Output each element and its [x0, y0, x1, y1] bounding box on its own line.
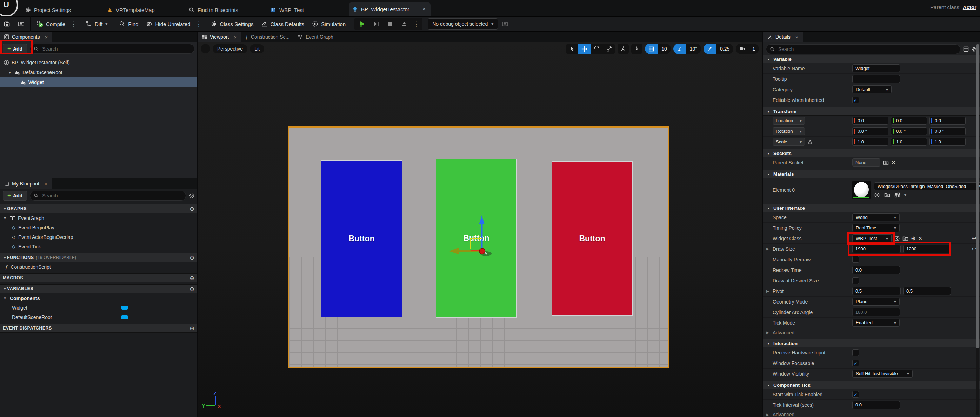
scale-y-field[interactable]: 1.0: [891, 138, 927, 146]
lock-open-icon[interactable]: [808, 139, 813, 144]
move-gizmo[interactable]: [440, 208, 499, 261]
expander-icon[interactable]: ▶: [766, 289, 769, 293]
frame-skip-button[interactable]: [370, 18, 382, 29]
event-tick[interactable]: ◇ Event Tick: [0, 242, 197, 251]
chevron-down-icon[interactable]: ▾: [904, 193, 906, 197]
surface-snapping-button[interactable]: [631, 43, 643, 54]
simulation-button[interactable]: Simulation: [308, 16, 350, 31]
stop-button[interactable]: [384, 18, 396, 29]
tree-item-widget[interactable]: Widget: [0, 77, 197, 87]
location-x-field[interactable]: 0.0: [852, 117, 888, 125]
tab-find-in-blueprints[interactable]: Find in Blueprints: [185, 3, 267, 16]
section-variable[interactable]: ▾Variable: [763, 55, 980, 63]
add-component-button[interactable]: + Add: [3, 44, 27, 54]
section-functions[interactable]: ▾ FUNCTIONS (19 OVERRIDABLE) ⊕: [0, 253, 197, 262]
details-scrollbar[interactable]: [976, 44, 979, 415]
scrollbar-thumb[interactable]: [976, 44, 979, 348]
section-event-dispatchers[interactable]: EVENT DISPATCHERS ⊕: [0, 324, 197, 333]
scale-dropdown[interactable]: Scale▾: [773, 138, 805, 146]
variable-type-pill[interactable]: [121, 306, 129, 310]
receive-hardware-input-checkbox[interactable]: [852, 349, 859, 356]
variable-defaultsceneroot[interactable]: DefaultSceneRoot: [0, 312, 197, 322]
debug-browse-button[interactable]: [498, 16, 512, 31]
material-dropdown[interactable]: Widget3DPassThrough_Masked_OneSided▾: [874, 182, 980, 190]
geometry-mode-dropdown[interactable]: Plane▾: [852, 297, 900, 306]
browse-asset-icon[interactable]: [884, 192, 890, 198]
draw-size-x-input[interactable]: [852, 245, 901, 253]
select-tool-button[interactable]: [566, 43, 578, 54]
location-dropdown[interactable]: Location▾: [773, 117, 805, 125]
use-selected-asset-icon[interactable]: [894, 236, 900, 241]
compile-button[interactable]: Compile: [32, 16, 69, 31]
tab-details[interactable]: Details ×: [763, 32, 803, 42]
class-settings-button[interactable]: Class Settings: [207, 16, 258, 31]
close-icon[interactable]: ×: [44, 181, 48, 187]
close-icon[interactable]: ×: [795, 34, 799, 40]
section-variables[interactable]: ▾ VARIABLES ⊕: [0, 284, 197, 293]
manually-redraw-checkbox[interactable]: [852, 256, 859, 263]
scale-snap-value[interactable]: 0.25: [716, 43, 733, 54]
camera-speed-control[interactable]: 1: [736, 43, 759, 54]
pivot-x-input[interactable]: [852, 287, 901, 295]
section-materials[interactable]: ▾Materials: [763, 170, 980, 178]
class-defaults-button[interactable]: Class Defaults: [257, 16, 308, 31]
pivot-y-input[interactable]: [903, 287, 951, 295]
rotation-dropdown[interactable]: Rotation▾: [773, 127, 805, 135]
editable-when-inherited-checkbox[interactable]: ✓: [852, 97, 859, 103]
expander-icon[interactable]: ▾: [3, 216, 7, 220]
tree-item-self[interactable]: BP_WidgetTestActor (Self): [0, 58, 197, 67]
texture-options-icon[interactable]: [894, 192, 900, 198]
timing-policy-dropdown[interactable]: Real Time▾: [852, 224, 900, 232]
draw-size-y-input[interactable]: [903, 245, 951, 253]
add-new-asset-icon[interactable]: ⊕: [911, 235, 915, 242]
move-tool-button[interactable]: [578, 43, 590, 54]
tab-project-settings[interactable]: Project Settings: [22, 3, 103, 16]
add-variable-icon[interactable]: ⊕: [189, 286, 194, 292]
location-y-field[interactable]: 0.0: [891, 117, 927, 125]
tab-bp-widgettestactor[interactable]: BP_WidgetTestActor ×: [349, 2, 431, 16]
compile-options-icon[interactable]: ⋮: [69, 21, 78, 28]
close-icon[interactable]: ×: [421, 6, 427, 12]
grid-snap-value[interactable]: 10: [657, 43, 671, 54]
unreal-logo[interactable]: U: [0, 0, 18, 16]
tab-construction-script[interactable]: ƒ Construction Sc...: [241, 32, 294, 42]
row-advanced-user-interface[interactable]: ▶Advanced: [763, 328, 980, 337]
hide-unrelated-button[interactable]: Hide Unrelated: [142, 16, 194, 31]
scale-snap-control[interactable]: 0.25: [703, 43, 733, 54]
rotation-y-field[interactable]: 0.0 °: [891, 127, 927, 135]
tab-event-graph[interactable]: Event Graph: [294, 32, 337, 42]
use-selected-asset-icon[interactable]: [874, 192, 880, 198]
variable-name-input[interactable]: [852, 64, 900, 72]
find-button[interactable]: Find: [115, 16, 142, 31]
location-z-field[interactable]: 0.0: [929, 117, 966, 125]
details-search[interactable]: [766, 44, 960, 54]
components-search-input[interactable]: [41, 46, 191, 52]
details-search-input[interactable]: [778, 46, 956, 52]
socket-clear-icon[interactable]: ✕: [891, 160, 896, 166]
eject-button[interactable]: [398, 18, 410, 29]
variable-widget[interactable]: Widget: [0, 303, 197, 312]
viewport-menu-button[interactable]: ≡: [201, 44, 210, 53]
rotate-tool-button[interactable]: [590, 43, 603, 54]
grid-snap-icon[interactable]: [645, 43, 657, 54]
redraw-time-input[interactable]: [852, 266, 900, 274]
material-thumbnail[interactable]: [852, 181, 870, 199]
add-function-icon[interactable]: ⊕: [189, 254, 194, 261]
tab-wbp-test[interactable]: WBP_Test: [267, 3, 349, 16]
section-sockets[interactable]: ▾Sockets: [763, 149, 980, 157]
save-button[interactable]: [0, 16, 14, 31]
row-advanced-component-tick[interactable]: ▶Advanced: [763, 410, 980, 417]
parent-class-link[interactable]: Actor: [963, 4, 977, 10]
event-beginplay[interactable]: ◇ Event BeginPlay: [0, 223, 197, 232]
expander-icon[interactable]: ▾: [8, 70, 12, 75]
widget-plane[interactable]: Button Button Button: [288, 126, 669, 368]
browse-asset-button[interactable]: [14, 16, 29, 31]
start-with-tick-enabled-checkbox[interactable]: ✓: [852, 391, 859, 398]
expander-icon[interactable]: ▶: [766, 413, 769, 417]
window-visibility-dropdown[interactable]: Self Hit Test Invisible▾: [852, 369, 913, 378]
add-macro-icon[interactable]: ⊕: [189, 275, 194, 281]
section-macros[interactable]: MACROS ⊕: [0, 273, 197, 283]
expander-icon[interactable]: ▶: [766, 247, 769, 251]
widget-button-red[interactable]: Button: [552, 161, 633, 316]
section-graphs[interactable]: ▾ GRAPHS ⊕: [0, 204, 197, 213]
